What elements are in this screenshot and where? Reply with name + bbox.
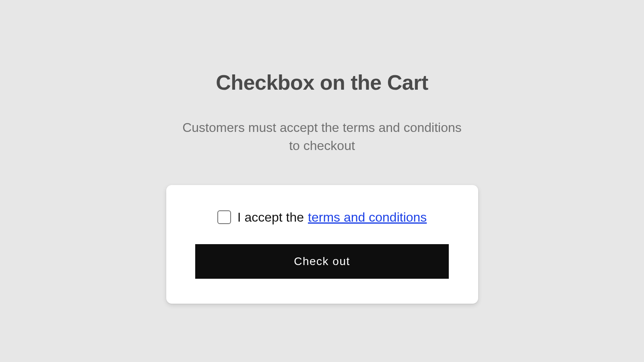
terms-label: I accept the terms and conditions <box>237 210 427 225</box>
terms-label-prefix: I accept the <box>237 210 304 225</box>
page-subtitle: Customers must accept the terms and cond… <box>181 119 463 155</box>
terms-checkbox[interactable] <box>217 210 231 224</box>
terms-checkbox-row: I accept the terms and conditions <box>217 210 427 225</box>
checkout-button[interactable]: Check out <box>195 244 449 279</box>
page-title: Checkbox on the Cart <box>216 70 428 95</box>
terms-and-conditions-link[interactable]: terms and conditions <box>308 210 427 225</box>
checkout-card: I accept the terms and conditions Check … <box>166 185 478 304</box>
